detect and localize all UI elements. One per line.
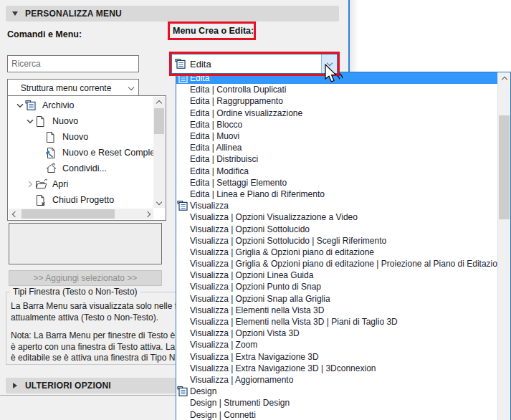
tree-item-label: Nuovo e Reset Completo (62, 148, 153, 158)
mouse-cursor (323, 64, 345, 87)
dropdown-item-label: Visualizza | Opzioni Sottolucido | Scegl… (190, 236, 386, 246)
dropdown-item-label: Edita | Controlla Duplicati (190, 85, 287, 95)
scroll-right-icon[interactable] (143, 209, 153, 219)
scrollbar-thumb[interactable] (154, 108, 164, 134)
dropdown-item-label: Visualizza | Opzioni Visualizzazione a V… (190, 212, 358, 222)
dropdown-item-edita-allinea[interactable]: Edita | Allinea (176, 142, 498, 153)
dropdown-item-visualizza-extra-navigazione-3d-3dconnexion[interactable]: Visualizza | Extra Navigazione 3D | 3Dco… (176, 363, 498, 374)
tree-item-condividi[interactable]: Condividi... (8, 161, 153, 176)
dropdown-item-edita-muovi[interactable]: Edita | Muovi (176, 130, 498, 142)
page-icon (35, 115, 50, 128)
tree-item-chiudi-progetto[interactable]: Chiudi Progetto (8, 192, 153, 208)
dropdown-item-label: Visualizza | Extra Navigazione 3D (190, 352, 319, 362)
tree-horizontal-scrollbar[interactable] (9, 209, 153, 219)
page-reset-icon (45, 147, 60, 159)
tree-vertical-scrollbar[interactable] (153, 97, 165, 208)
dropdown-item-visualizza[interactable]: Visualizza (176, 200, 498, 211)
dropdown-item-edita-distribuisci[interactable]: Edita | Distribuisci (176, 153, 498, 165)
dropdown-item-label: Visualizza | Opzioni Snap alla Griglia (190, 294, 330, 304)
dropdown-item-visualizza-opzioni-linea-guida[interactable]: Visualizza | Opzioni Linea Guida (176, 269, 498, 281)
chevron-expanded-icon[interactable] (25, 119, 35, 124)
tree-item-label: Nuovo (52, 116, 78, 126)
dropdown-item-visualizza-aggiornamento[interactable]: Visualizza | Aggiornamento (176, 374, 498, 386)
share-house-icon (45, 163, 60, 174)
dropdown-item-label: Edita | Raggruppamento (190, 96, 283, 106)
dropdown-item-label: Edita | Allinea (190, 143, 242, 153)
dropdown-item-label: Edita | Blocco (190, 120, 242, 130)
scroll-left-icon[interactable] (9, 209, 19, 219)
dropdown-item-edita-settaggi-elemento[interactable]: Edita | Settaggi Elemento (176, 177, 498, 188)
dropdown-item-label: Design | Connetti (190, 410, 256, 420)
dropdown-item-visualizza-opzioni-punto-di-snap[interactable]: Visualizza | Opzioni Punto di Snap (176, 281, 498, 292)
dropdown-item-visualizza-opzioni-vista-3d[interactable]: Visualizza | Opzioni Vista 3D (176, 328, 498, 339)
dropdown-item-edita-modifica[interactable]: Edita | Modifica (176, 166, 498, 177)
search-input[interactable] (7, 55, 139, 72)
structure-combo[interactable]: Struttura menu corrente (7, 79, 139, 97)
section-title: PERSONALIZZA MENU (25, 9, 122, 19)
tree-item-archivio[interactable]: Archivio (8, 97, 153, 113)
dropdown-item-edita-ordine-visualizzazione[interactable]: Edita | Ordine visualizzazione (176, 108, 498, 119)
expand-triangle-icon (13, 383, 17, 388)
dropdown-item-design-connetti[interactable]: Design | Connetti (176, 409, 498, 420)
dropdown-item-design[interactable]: Design (176, 386, 498, 397)
menu-icon (177, 386, 188, 397)
highlight-box-label: Menu Crea o Edita: (168, 22, 256, 40)
dropdown-item-label: Visualizza | Opzioni Sottolucido (190, 224, 310, 234)
tree-item-nuovo[interactable]: Nuovo (8, 113, 153, 129)
dropdown-item-label: Visualizza | Opzioni Linea Guida (190, 270, 313, 280)
dropdown-item-visualizza-opzioni-sottolucido[interactable]: Visualizza | Opzioni Sottolucido (176, 223, 498, 234)
dropdown-item-label: Design (190, 386, 216, 396)
dropdown-item-visualizza-elementi-nella-vista-3d[interactable]: Visualizza | Elementi nella Vista 3D (176, 305, 498, 316)
section-title: ULTERIORI OPZIONI (25, 381, 111, 391)
scroll-up-icon[interactable] (153, 97, 165, 107)
dropdown-item-label: Visualizza | Elementi nella Vista 3D | P… (190, 317, 398, 327)
dropdown-item-label: Visualizza | Opzioni Vista 3D (190, 328, 300, 338)
chevron-collapsed-icon[interactable] (25, 181, 35, 188)
collapse-triangle-icon (12, 11, 18, 16)
description-box (9, 223, 162, 264)
dropdown-item-visualizza-opzioni-snap-alla-griglia[interactable]: Visualizza | Opzioni Snap alla Griglia (176, 293, 498, 305)
scrollbar-thumb[interactable] (22, 209, 115, 219)
dropdown-item-visualizza-elementi-nella-vista-3d-piani-di-taglio-3d[interactable]: Visualizza | Elementi nella Vista 3D | P… (176, 316, 498, 328)
dropdown-item-label: Design | Strumenti Design (190, 398, 290, 408)
add-selected-button[interactable]: >> Aggiungi selezionato >> (9, 270, 162, 286)
tree-item-nuovo[interactable]: Nuovo (8, 129, 153, 145)
tree-item-label: Condividi... (62, 163, 107, 173)
tree-item-label: Apri (52, 179, 68, 189)
combo-dropdown-list: EditaEdita | Controlla DuplicatiEdita | … (176, 72, 511, 420)
dropdown-item-visualizza-extra-navigazione-3d[interactable]: Visualizza | Extra Navigazione 3D (176, 351, 498, 363)
scroll-down-icon[interactable] (153, 198, 165, 208)
dropdown-item-visualizza-opzioni-visualizzazione-a-video[interactable]: Visualizza | Opzioni Visualizzazione a V… (176, 211, 498, 223)
structure-combo-value: Struttura menu corrente (8, 83, 124, 93)
tree-item-label: Chiudi Progetto (52, 195, 114, 205)
dropdown-item-edita-raggruppamento[interactable]: Edita | Raggruppamento (176, 95, 498, 107)
menu-icon (25, 100, 40, 111)
commands-and-menus-label: Comandi e Menu: (7, 29, 82, 39)
dropdown-item-visualizza-zoom[interactable]: Visualizza | Zoom (176, 339, 498, 350)
dropdown-scrollbar[interactable] (497, 72, 510, 420)
tree-item-apri[interactable]: Apri (8, 176, 153, 192)
personalizza-menu-screen: PERSONALIZZA MENU Comandi e Menu: Strutt… (0, 0, 511, 420)
tree-item-nuovo-e-reset-completo[interactable]: Nuovo e Reset Completo (8, 145, 153, 161)
menu-create-edit-label: Menu Crea o Edita: (173, 26, 254, 36)
folder-open-icon (35, 178, 50, 190)
dropdown-item-visualizza-opzioni-sottolucido-scegli-riferimento[interactable]: Visualizza | Opzioni Sottolucido | Scegl… (176, 235, 498, 247)
dropdown-item-label: Edita | Distribuisci (190, 154, 258, 164)
dropdown-item-design-strumenti-design[interactable]: Design | Strumenti Design (176, 397, 498, 409)
highlight-box-combo (169, 52, 340, 76)
dropdown-item-label: Visualizza | Extra Navigazione 3D | 3Dco… (190, 363, 376, 373)
chevron-down-icon[interactable] (124, 85, 138, 91)
dropdown-item-label: Visualizza | Aggiornamento (190, 375, 293, 385)
dropdown-item-visualizza-griglia-opzioni-piano-di-editazione[interactable]: Visualizza | Griglia & Opzioni piano di … (176, 247, 498, 258)
section-header-personalizza-menu[interactable]: PERSONALIZZA MENU (6, 6, 339, 22)
scrollbar-thumb[interactable] (499, 115, 510, 219)
dropdown-item-label: Visualizza (190, 201, 229, 211)
dropdown-item-edita-linea-e-piano-di-riferimento[interactable]: Edita | Linea e Piano di Riferimento (176, 188, 498, 200)
dropdown-item-visualizza-griglia-opzioni-piano-di-editazione-proiezione-al-piano-di-editazione[interactable]: Visualizza | Griglia & Opzioni piano di … (176, 258, 498, 269)
dropdown-item-edita-blocco[interactable]: Edita | Blocco (176, 119, 498, 130)
dropdown-item-label: Visualizza | Zoom (190, 340, 257, 350)
scroll-up-icon[interactable] (498, 73, 510, 84)
chevron-expanded-icon[interactable] (15, 103, 25, 108)
dropdown-item-label: Edita | Modifica (190, 166, 249, 176)
tree-item-label: Archivio (42, 100, 74, 110)
